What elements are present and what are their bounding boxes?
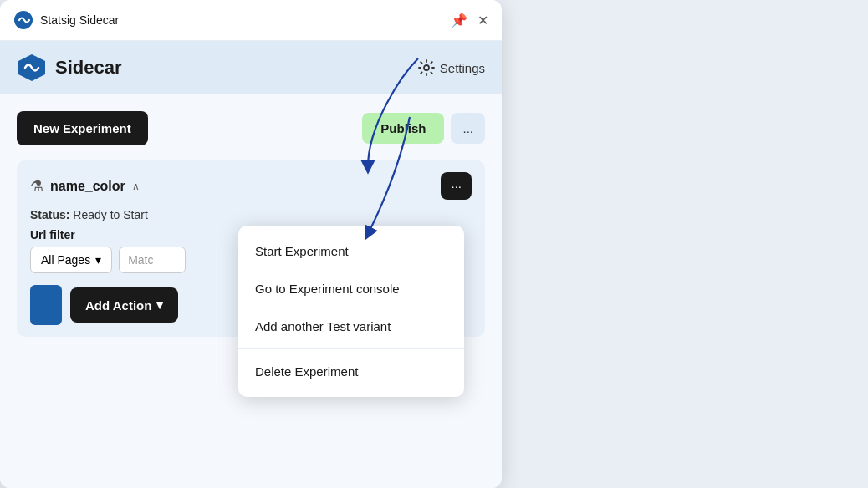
title-bar-title: Statsig Sidecar [40, 13, 119, 27]
experiment-header-left: ⚗ name_color ∧ [30, 177, 140, 196]
chevron-up-icon[interactable]: ∧ [132, 180, 140, 192]
variant-color-block [30, 285, 62, 325]
add-action-button[interactable]: Add Action ▾ [70, 287, 178, 323]
statsig-logo-icon [13, 10, 33, 30]
action-row: New Experiment Publish ... [17, 111, 485, 145]
title-bar-left: Statsig Sidecar [13, 10, 119, 30]
dropdown-item-delete[interactable]: Delete Experiment [238, 353, 464, 390]
header-title: Sidecar [55, 57, 122, 79]
status-value: Ready to Start [73, 208, 148, 221]
publish-button[interactable]: Publish [362, 113, 444, 144]
top-ellipsis-button[interactable]: ... [451, 113, 485, 144]
header-left: Sidecar [17, 53, 122, 83]
experiment-name: name_color [50, 179, 125, 194]
pages-select[interactable]: All Pages ▾ [30, 247, 112, 273]
status-label: Status: [30, 208, 69, 221]
pages-select-value: All Pages [41, 253, 90, 267]
add-action-label: Add Action [85, 298, 151, 313]
experiment-header: ⚗ name_color ∧ ··· [30, 172, 472, 200]
sidecar-logo-icon [17, 53, 47, 83]
gear-icon [418, 59, 435, 76]
dropdown-item-start[interactable]: Start Experiment [238, 232, 464, 270]
title-bar-icons: 📌 ✕ [451, 13, 488, 28]
dropdown-item-console[interactable]: Go to Experiment console [238, 270, 464, 308]
dropdown-item-variant[interactable]: Add another Test variant [238, 308, 464, 345]
dropdown-menu: Start Experiment Go to Experiment consol… [238, 226, 464, 397]
status-row: Status: Ready to Start [30, 208, 472, 221]
new-experiment-button[interactable]: New Experiment [17, 111, 148, 145]
svg-point-2 [424, 65, 429, 70]
experiment-ellipsis-button[interactable]: ··· [441, 172, 472, 200]
pages-select-chevron: ▾ [95, 253, 101, 267]
settings-label: Settings [440, 61, 485, 75]
header: Sidecar Settings [0, 41, 502, 94]
pin-icon[interactable]: 📌 [451, 13, 467, 28]
flask-icon: ⚗ [30, 177, 43, 196]
action-row-right: Publish ... [362, 113, 485, 144]
add-action-caret: ▾ [156, 297, 163, 313]
settings-button[interactable]: Settings [418, 59, 485, 76]
title-bar: Statsig Sidecar 📌 ✕ [0, 0, 502, 41]
close-icon[interactable]: ✕ [477, 13, 488, 28]
dropdown-divider [238, 348, 464, 349]
match-input[interactable]: Matc [119, 247, 186, 273]
